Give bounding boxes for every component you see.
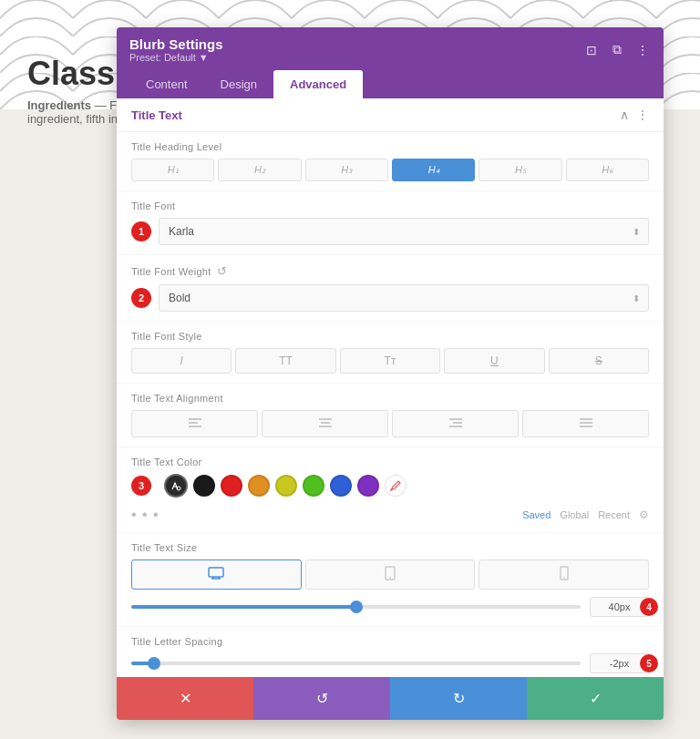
color-black[interactable] (193, 475, 215, 497)
align-left-button[interactable] (131, 410, 258, 437)
color-tab-recent[interactable]: Recent (598, 509, 630, 520)
color-tab-saved[interactable]: Saved (522, 509, 551, 520)
device-row (131, 559, 649, 590)
svg-point-20 (389, 577, 391, 579)
title-font-weight-setting: Title Font Weight ↺ 2 Bold ⬍ (117, 255, 664, 322)
color-orange[interactable] (248, 475, 270, 497)
color-yellow[interactable] (275, 475, 297, 497)
font-weight-select-wrapper: 2 Bold ⬍ (131, 284, 649, 312)
color-pen-icon[interactable] (385, 475, 407, 497)
h5-button[interactable]: H₅ (479, 159, 561, 181)
font-badge: 1 (131, 221, 151, 241)
section-more-icon[interactable]: ⋮ (636, 108, 649, 122)
undo-button[interactable]: ↺ (253, 677, 390, 720)
tab-design[interactable]: Design (204, 70, 273, 98)
desktop-button[interactable] (131, 559, 302, 590)
letter-spacing-slider-row: 5 (131, 653, 649, 673)
h1-button[interactable]: H₁ (131, 159, 214, 181)
tab-content[interactable]: Content (129, 70, 204, 98)
letter-spacing-value-box: 5 (590, 653, 649, 673)
h2-button[interactable]: H₂ (218, 159, 301, 181)
style-buttons: I TT Tт U S (131, 348, 649, 374)
strikethrough-button[interactable]: S (549, 348, 649, 374)
panel-footer: ✕ ↺ ↻ ✓ (117, 677, 664, 720)
redo-button[interactable]: ↻ (390, 677, 527, 720)
color-swatches-row: 3 (131, 474, 649, 498)
title-text-color-setting: Title Text Color 3 (117, 447, 664, 533)
letter-spacing-label: Title Letter Spacing (131, 636, 649, 647)
font-weight-select[interactable]: Bold (159, 284, 649, 312)
font-select[interactable]: Karla (159, 218, 649, 245)
color-badge: 3 (131, 476, 151, 496)
more-options-icon[interactable]: ⋮ (634, 42, 651, 58)
heading-buttons: H₁ H₂ H₃ H₄ H₅ H₆ (131, 159, 649, 181)
italic-button[interactable]: I (131, 348, 232, 374)
save-button[interactable]: ✓ (527, 677, 664, 720)
font-weight-label: Title Font Weight (131, 266, 211, 277)
panel-preset[interactable]: Preset: Default ▼ (129, 52, 223, 63)
color-tabs: Saved Global Recent ⚙ (522, 508, 649, 521)
blurb-settings-panel: Blurb Settings Preset: Default ▼ ⊡ ⧉ ⋮ C… (117, 27, 664, 720)
align-center-button[interactable] (262, 410, 388, 437)
color-more-dots[interactable]: • • • (131, 507, 160, 523)
letter-spacing-slider-thumb[interactable] (148, 657, 160, 670)
h3-button[interactable]: H₃ (305, 159, 388, 181)
panel-tabs: Content Design Advanced (129, 70, 651, 98)
color-blue[interactable] (330, 475, 352, 497)
text-size-label: Title Text Size (131, 542, 649, 553)
title-letter-spacing-setting: Title Letter Spacing 5 (117, 627, 664, 677)
heading-level-label: Title Heading Level (131, 141, 649, 152)
heading-level-setting: Title Heading Level H₁ H₂ H₃ H₄ H₅ H₆ (117, 132, 664, 191)
text-size-slider-track[interactable] (131, 605, 581, 609)
title-text-alignment-setting: Title Text Alignment (117, 384, 664, 447)
text-size-badge: 4 (640, 598, 658, 616)
text-size-slider-thumb[interactable] (350, 600, 363, 613)
cancel-button[interactable]: ✕ (117, 677, 253, 720)
current-color-swatch[interactable] (164, 474, 188, 498)
font-select-wrapper: 1 Karla ⬍ (131, 218, 649, 245)
section-header-icons: ∧ ⋮ (620, 108, 649, 122)
color-red[interactable] (221, 475, 242, 497)
fullscreen-icon[interactable]: ⊡ (583, 42, 600, 58)
h4-button[interactable]: H₄ (392, 159, 475, 181)
align-right-button[interactable] (392, 410, 519, 437)
text-alignment-label: Title Text Alignment (131, 393, 649, 404)
text-size-slider-row: 4 (131, 597, 649, 617)
font-weight-reset-icon[interactable]: ↺ (217, 264, 227, 278)
text-color-label: Title Text Color (131, 457, 649, 467)
columns-icon[interactable]: ⧉ (609, 42, 625, 58)
text-size-slider-fill (131, 605, 356, 609)
collapse-icon[interactable]: ∧ (620, 108, 629, 122)
font-weight-label-row: Title Font Weight ↺ (131, 264, 649, 278)
align-justify-button[interactable] (522, 410, 649, 437)
tablet-button[interactable] (305, 559, 476, 590)
underline-button[interactable]: U (444, 348, 544, 374)
mobile-button[interactable] (479, 559, 649, 590)
svg-rect-15 (209, 568, 223, 577)
letter-spacing-slider-track[interactable] (131, 662, 581, 665)
title-font-style-setting: Title Font Style I TT Tт U S (117, 322, 664, 384)
font-weight-badge: 2 (131, 288, 151, 308)
panel-header: Blurb Settings Preset: Default ▼ ⊡ ⧉ ⋮ C… (117, 27, 664, 98)
section-title: Title Text (131, 108, 182, 122)
color-green[interactable] (303, 475, 324, 497)
capitalize-button[interactable]: Tт (340, 348, 440, 374)
section-header[interactable]: Title Text ∧ ⋮ (117, 98, 664, 132)
panel-body: Title Text ∧ ⋮ Title Heading Level H₁ H₂… (117, 98, 664, 677)
text-size-value-box: 4 (590, 597, 649, 617)
tab-advanced[interactable]: Advanced (273, 70, 363, 98)
color-purple[interactable] (357, 475, 379, 497)
h6-button[interactable]: H₆ (566, 159, 649, 181)
letter-spacing-badge: 5 (640, 654, 658, 672)
panel-title: Blurb Settings (129, 36, 223, 52)
color-settings-gear-icon[interactable]: ⚙ (639, 508, 649, 521)
title-font-label: Title Font (131, 200, 649, 211)
title-font-setting: Title Font 1 Karla ⬍ (117, 191, 664, 255)
panel-header-icons: ⊡ ⧉ ⋮ (583, 42, 651, 58)
uppercase-button[interactable]: TT (235, 348, 335, 374)
svg-point-22 (563, 577, 565, 579)
color-tab-global[interactable]: Global (560, 509, 589, 520)
align-buttons (131, 410, 649, 437)
font-style-label: Title Font Style (131, 331, 649, 342)
title-text-size-setting: Title Text Size (117, 533, 664, 627)
